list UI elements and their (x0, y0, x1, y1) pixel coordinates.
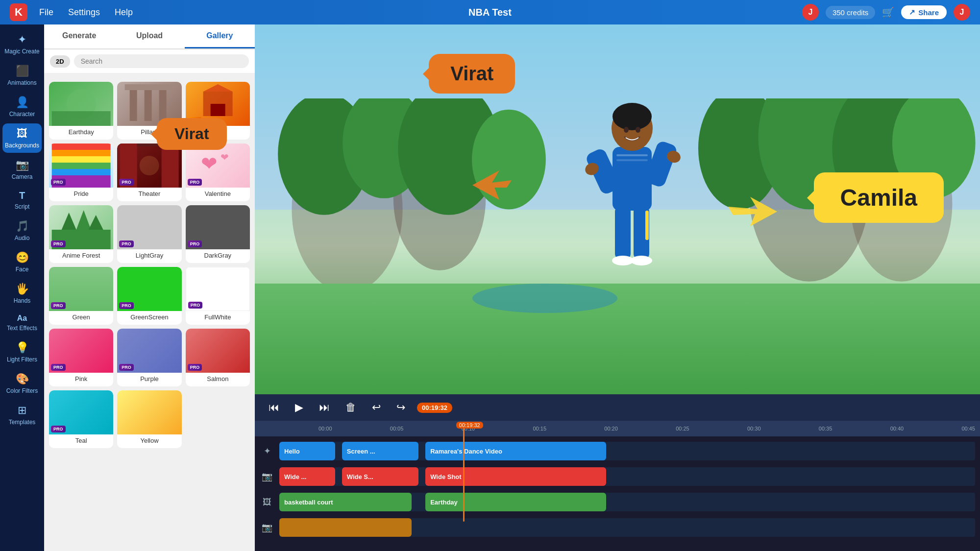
pro-badge-teal: PRO (51, 426, 66, 432)
menu-settings[interactable]: Settings (68, 7, 100, 18)
ruler-tick-5: 00:25 (676, 426, 689, 431)
ruler-tick-7: 00:35 (819, 426, 833, 431)
playhead[interactable]: 00:19:32 (463, 424, 465, 522)
bg-label-green: Green (49, 311, 113, 325)
ruler-tick-3: 00:15 (533, 426, 546, 431)
sidebar-label-hands: Hands (14, 297, 31, 304)
bg-label-salmon: Salmon (186, 373, 250, 386)
sidebar-item-script[interactable]: T Script (2, 186, 42, 214)
bg-item-fullwhite[interactable]: PRO FullWhite (186, 267, 250, 325)
sidebar-item-text-effects[interactable]: Aa Text Effects (2, 310, 42, 335)
hands-icon: 🖐 (16, 283, 29, 295)
credits-button[interactable]: 350 credits (826, 6, 875, 19)
bg-label-teal: Teal (49, 434, 113, 448)
bg-item-green[interactable]: PRO Green (49, 267, 113, 325)
script-icon: T (19, 190, 25, 201)
tab-upload[interactable]: Upload (114, 24, 184, 48)
bg-label-pride: Pride (49, 188, 113, 201)
pro-badge-theater: PRO (119, 179, 134, 186)
sidebar-label-magic-create: Magic Create (4, 48, 39, 55)
tab-generate[interactable]: Generate (44, 24, 114, 48)
undo-button[interactable]: ↩ (368, 399, 385, 416)
play-button[interactable]: ▶ (291, 399, 307, 416)
sidebar-item-templates[interactable]: ⊞ Templates (2, 400, 42, 430)
bg-item-darkgray[interactable]: PRO DarkGray (186, 205, 250, 263)
bg-item-purple[interactable]: PRO Purple (117, 329, 181, 386)
share-button[interactable]: ↗ Share (901, 5, 947, 19)
segment-screen[interactable]: Screen ... (342, 442, 418, 460)
skip-forward-button[interactable]: ⏭ (315, 399, 334, 416)
menu-help[interactable]: Help (115, 7, 133, 18)
bg-item-salmon[interactable]: PRO Salmon (186, 329, 250, 386)
svg-rect-39 (645, 211, 649, 240)
cart-icon[interactable]: 🛒 (882, 6, 894, 18)
bg-item-lightgray[interactable]: PRO LightGray (117, 205, 181, 263)
sidebar-item-audio[interactable]: 🎵 Audio (2, 216, 42, 245)
bg-item-pink[interactable]: PRO Pink (49, 329, 113, 386)
menu-file[interactable]: File (39, 7, 53, 18)
sidebar-item-camera[interactable]: 📷 Camera (2, 155, 42, 184)
tab-gallery[interactable]: Gallery (185, 24, 255, 48)
search-input[interactable] (74, 54, 249, 68)
redo-button[interactable]: ↪ (392, 399, 409, 416)
track-row-camera: 📷 Wide ... Wide S... Wide Shot (255, 464, 980, 489)
user-avatar-main: J (954, 4, 970, 21)
bg-item-theater[interactable]: PRO Theater (117, 144, 181, 201)
segment-earthday[interactable]: Earthday (425, 493, 606, 511)
track-icon-extra: 📷 (255, 522, 279, 533)
sidebar-label-color-filters: Color Filters (6, 387, 38, 394)
playhead-time: 00:19:32 (456, 422, 483, 429)
sidebar-label-backgrounds: Backgrounds (5, 142, 39, 149)
sidebar-item-face[interactable]: 😊 Face (2, 247, 42, 277)
segment-basketball[interactable]: basketball court (279, 493, 412, 511)
templates-icon: ⊞ (18, 404, 26, 417)
segment-ramarea[interactable]: Ramarea's Dance Video (425, 442, 606, 460)
svg-marker-7 (203, 84, 232, 92)
segment-wide-1[interactable]: Wide ... (279, 467, 335, 486)
segment-hello[interactable]: Hello (279, 442, 335, 460)
ruler-tick-6: 00:30 (747, 426, 761, 431)
segment-extra[interactable] (279, 518, 412, 537)
track-row-background: 🖼 basketball court Earthday (255, 489, 980, 515)
bg-item-pride[interactable]: PRO Pride (49, 144, 113, 201)
delete-button[interactable]: 🗑 (342, 399, 360, 416)
bg-item-yellow[interactable]: Yellow (117, 390, 181, 448)
track-row-extra: 📷 (255, 515, 980, 540)
track-lane-script[interactable]: Hello Screen ... Ramarea's Dance Video (279, 442, 975, 460)
bg-item-anime-forest[interactable]: PRO Anime Forest (49, 205, 113, 263)
character-figure (583, 93, 681, 291)
backgrounds-list: Virat Earthday (49, 78, 250, 448)
pro-badge-fullwhite: PRO (188, 302, 203, 309)
credits-count: 350 credits (833, 8, 868, 17)
sidebar-item-color-filters[interactable]: 🎨 Color Filters (2, 369, 42, 398)
sidebar-item-backgrounds[interactable]: 🖼 Backgrounds (2, 123, 42, 153)
bg-label-yellow: Yellow (117, 434, 181, 448)
sidebar-label-audio: Audio (15, 235, 30, 241)
sidebar-item-hands[interactable]: 🖐 Hands (2, 279, 42, 308)
dimension-button[interactable]: 2D (50, 55, 70, 68)
svg-rect-43 (616, 154, 648, 156)
timeline-tracks: ✦ Hello Screen ... Ramarea's Dance Video… (255, 436, 980, 551)
track-icon-camera: 📷 (255, 471, 279, 482)
track-lane-background[interactable]: basketball court Earthday (279, 493, 975, 511)
bg-item-valentine[interactable]: ❤ ❤ PRO Valentine (186, 144, 250, 201)
sidebar-label-text-effects: Text Effects (7, 325, 37, 332)
segment-wide-2[interactable]: Wide S... (342, 467, 418, 486)
segment-wide-shot[interactable]: Wide Shot (425, 467, 606, 486)
sidebar-item-animations[interactable]: ⬛ Animations (2, 61, 42, 90)
magic-create-icon: ✦ (18, 33, 26, 46)
track-lane-camera[interactable]: Wide ... Wide S... Wide Shot (279, 467, 975, 486)
ground-bg (255, 284, 980, 395)
track-lane-extra[interactable] (279, 518, 975, 537)
sidebar-item-light-filters[interactable]: 💡 Light Filters (2, 337, 42, 367)
sidebar-item-magic-create[interactable]: ✦ Magic Create (2, 29, 42, 59)
virat-tooltip: Virat (429, 54, 515, 94)
backgrounds-grid: Virat Earthday (44, 73, 255, 551)
sidebar-item-character[interactable]: 👤 Character (2, 92, 42, 121)
bg-item-earthday[interactable]: Earthday (49, 82, 113, 140)
bg-item-teal[interactable]: PRO Teal (49, 390, 113, 448)
timeline: ⏮ ▶ ⏭ 🗑 ↩ ↪ 00:19:32 00:00 00:05 00:10 0… (255, 394, 980, 551)
skip-back-button[interactable]: ⏮ (265, 399, 283, 416)
bg-item-greenscreen[interactable]: PRO GreenScreen (117, 267, 181, 325)
camera-icon: 📷 (16, 159, 29, 171)
